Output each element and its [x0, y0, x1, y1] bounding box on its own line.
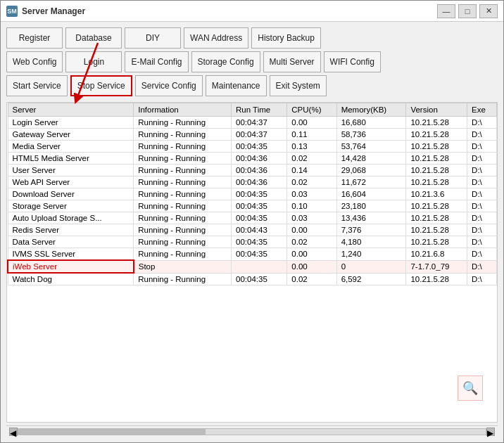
scroll-right-button[interactable]: ▶ [486, 428, 495, 436]
table-row[interactable]: User ServerRunning - Running00:04:360.14… [8, 165, 497, 176]
table-row[interactable]: Auto Upload Storage S...Running - Runnin… [8, 212, 497, 224]
cell-4: 6,592 [336, 273, 406, 285]
cell-6: D:\ [467, 260, 497, 273]
login-button[interactable]: Login [65, 51, 122, 72]
cell-6: D:\ [467, 153, 497, 165]
cell-3: 0.00 [287, 260, 336, 273]
table-row[interactable]: iWeb ServerStop0.0007-1.7.0_79D:\ [8, 260, 497, 273]
horizontal-scrollbar[interactable]: ◀ ▶ [6, 425, 498, 437]
cell-3: 0.11 [287, 129, 336, 141]
cell-1: Running - Running [134, 273, 232, 285]
cell-6: D:\ [467, 165, 497, 176]
cell-2: 00:04:35 [232, 141, 287, 153]
multi-server-button[interactable]: Multi Server [263, 51, 321, 72]
minimize-button[interactable]: — [437, 4, 455, 18]
cell-1: Running - Running [134, 200, 232, 212]
cell-2: 00:04:35 [232, 212, 287, 224]
cell-5: 10.21.5.28 [406, 212, 467, 224]
cell-0: Download Server [8, 188, 134, 200]
close-button[interactable]: ✕ [479, 4, 498, 18]
cell-5: 10.21.5.28 [406, 236, 467, 248]
cell-4: 7,376 [336, 224, 406, 236]
table-row[interactable]: HTML5 Media ServerRunning - Running00:04… [8, 153, 497, 165]
cell-1: Running - Running [134, 153, 232, 165]
service-config-button[interactable]: Service Config [135, 75, 203, 96]
col-exe: Exe [467, 103, 497, 117]
diy-button[interactable]: DIY [125, 27, 181, 49]
col-cpu: CPU(%) [287, 103, 336, 117]
cell-2: 00:04:37 [232, 117, 287, 129]
scrollbar-track[interactable] [18, 428, 486, 435]
cell-4: 1,240 [336, 248, 406, 261]
cell-4: 16,680 [336, 117, 406, 129]
scrollbar-thumb[interactable] [18, 429, 206, 435]
cell-6: D:\ [467, 188, 497, 200]
table-row[interactable]: Login ServerRunning - Running00:04:370.0… [8, 117, 497, 129]
cell-2: 00:04:36 [232, 176, 287, 188]
cell-0: IVMS SSL Server [8, 248, 134, 261]
cell-3: 0.03 [287, 212, 336, 224]
maintenance-button[interactable]: Maintenance [206, 75, 267, 96]
wan-address-button[interactable]: WAN Address [184, 27, 248, 49]
table-row[interactable]: Web API ServerRunning - Running00:04:360… [8, 176, 497, 188]
cell-2: 00:04:36 [232, 165, 287, 176]
server-table-container[interactable]: Server Information Run Time CPU(%) Memor… [6, 102, 498, 423]
cell-0: Gateway Server [8, 129, 134, 141]
table-header-row: Server Information Run Time CPU(%) Memor… [8, 103, 497, 117]
cell-0: Web API Server [8, 176, 134, 188]
maximize-button[interactable]: □ [458, 4, 477, 18]
cell-5: 10.21.5.28 [406, 176, 467, 188]
table-row[interactable]: Storage ServerRunning - Running00:04:350… [8, 200, 497, 212]
cell-5: 10.21.5.28 [406, 141, 467, 153]
cell-3: 0.14 [287, 165, 336, 176]
cell-6: D:\ [467, 212, 497, 224]
register-button[interactable]: Register [6, 27, 63, 49]
cell-4: 58,736 [336, 129, 406, 141]
cell-6: D:\ [467, 248, 497, 261]
cell-3: 0.02 [287, 176, 336, 188]
cell-5: 10.21.5.28 [406, 117, 467, 129]
table-row[interactable]: Redis ServerRunning - Running00:04:430.0… [8, 224, 497, 236]
cell-4: 13,436 [336, 212, 406, 224]
cell-2: 00:04:35 [232, 273, 287, 285]
cell-5: 10.21.5.28 [406, 200, 467, 212]
window-title: Server Manager [22, 6, 437, 16]
table-row[interactable]: Watch DogRunning - Running00:04:350.026,… [8, 273, 497, 285]
web-config-button[interactable]: Web Config [6, 51, 63, 72]
content-area: Register Database DIY WAN Address Histor… [1, 22, 503, 442]
cell-0: Storage Server [8, 200, 134, 212]
cell-2: 00:04:36 [232, 153, 287, 165]
window-controls: — □ ✕ [437, 4, 498, 18]
table-row[interactable]: Gateway ServerRunning - Running00:04:370… [8, 129, 497, 141]
cell-4: 29,068 [336, 165, 406, 176]
cell-0: Login Server [8, 117, 134, 129]
database-button[interactable]: Database [65, 27, 122, 49]
scroll-left-button[interactable]: ◀ [9, 428, 18, 436]
table-row[interactable]: Download ServerRunning - Running00:04:35… [8, 188, 497, 200]
cell-0: Media Server [8, 141, 134, 153]
email-config-button[interactable]: E-Mail Config [125, 51, 188, 72]
exit-system-button[interactable]: Exit System [270, 75, 327, 96]
toolbar-row-1: Register Database DIY WAN Address Histor… [6, 27, 498, 49]
start-service-button[interactable]: Start Service [6, 75, 68, 96]
wifi-config-button[interactable]: WIFI Config [324, 51, 381, 72]
cell-4: 0 [336, 260, 406, 273]
cell-6: D:\ [467, 200, 497, 212]
stop-service-button[interactable]: Stop Service [70, 75, 132, 96]
title-bar: SM Server Manager — □ ✕ [1, 1, 503, 22]
table-row[interactable]: Media ServerRunning - Running00:04:350.1… [8, 141, 497, 153]
table-row[interactable]: Data ServerRunning - Running00:04:350.02… [8, 236, 497, 248]
cell-3: 0.13 [287, 141, 336, 153]
cell-6: D:\ [467, 236, 497, 248]
table-row[interactable]: IVMS SSL ServerRunning - Running00:04:35… [8, 248, 497, 261]
col-information: Information [134, 103, 232, 117]
cell-5: 10.21.5.28 [406, 165, 467, 176]
cell-3: 0.02 [287, 153, 336, 165]
cell-2: 00:04:35 [232, 248, 287, 261]
history-backup-button[interactable]: History Backup [251, 27, 321, 49]
storage-config-button[interactable]: Storage Config [191, 51, 260, 72]
server-table: Server Information Run Time CPU(%) Memor… [7, 103, 497, 285]
cell-3: 0.02 [287, 236, 336, 248]
cell-6: D:\ [467, 117, 497, 129]
toolbar-row-2: Web Config Login E-Mail Config Storage C… [6, 51, 498, 72]
